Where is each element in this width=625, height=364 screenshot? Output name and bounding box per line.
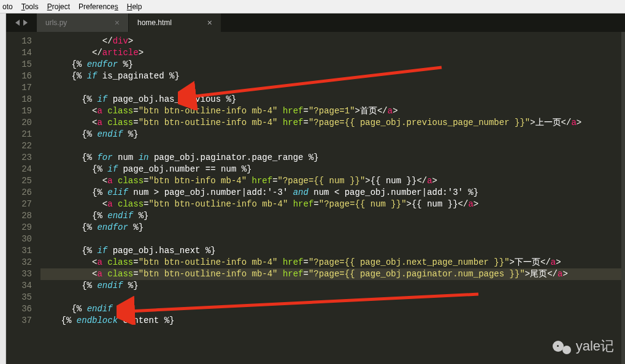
menu-project[interactable]: Project — [47, 2, 70, 11]
menu-help[interactable]: Help — [127, 2, 142, 11]
menu-preferences[interactable]: Preferences — [79, 2, 118, 11]
menu-tools[interactable]: Tools — [21, 2, 39, 11]
menu-goto[interactable]: oto — [2, 2, 13, 11]
menu-bar: oto Tools Project Preferences Help — [0, 0, 625, 13]
